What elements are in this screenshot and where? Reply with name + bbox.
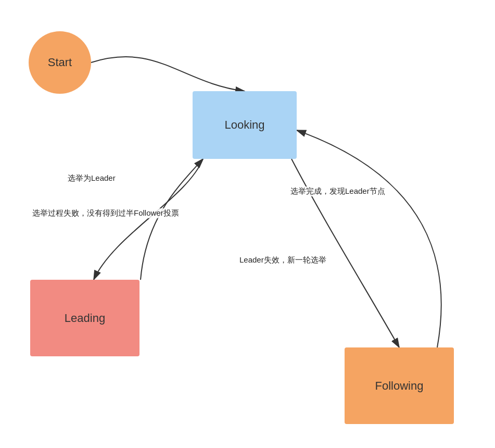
start-node: Start [29, 31, 91, 94]
leading-label: Leading [65, 312, 105, 325]
label-election-fail: 选举过程失败，没有得到过半Follower投票 [32, 208, 179, 218]
looking-label: Looking [224, 118, 264, 132]
following-node: Following [345, 347, 454, 424]
diagram: Start Looking Leading Following 选举为Leade… [0, 0, 495, 448]
looking-node: Looking [193, 91, 297, 159]
leading-node: Leading [30, 280, 139, 356]
label-elect-leader: 选举为Leader [68, 173, 116, 183]
label-election-complete: 选举完成，发现Leader节点 [290, 186, 385, 196]
start-label: Start [48, 56, 72, 69]
following-label: Following [375, 379, 424, 393]
label-leader-fail: Leader失效，新一轮选举 [239, 255, 326, 265]
